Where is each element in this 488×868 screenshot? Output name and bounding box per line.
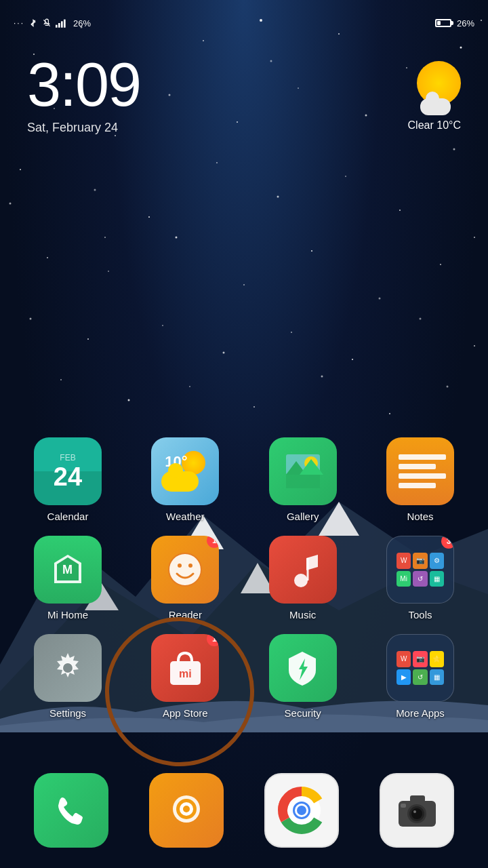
mihome-label: Mi Home [47,609,88,620]
weather-widget[interactable]: Clear 10°C [407,61,461,132]
svg-point-41 [253,406,255,408]
calendar-date: 24 [54,464,82,490]
gallery-icon [269,437,337,505]
svg-point-24 [108,271,109,272]
tools-badge: 3 [441,536,454,549]
app-grid: FEB 24 Calendar 10° Weather [0,437,488,732]
status-right: 26% [435,18,474,28]
svg-point-30 [30,318,32,320]
security-svg [281,646,325,690]
appstore-label: App Store [163,707,208,719]
moreapps-icon: W 📷 ⭐ ▶ ↺ ▦ [386,634,454,702]
svg-point-88 [183,806,190,812]
time-section: 3:09 Sat, February 24 [27,54,140,135]
svg-rect-67 [286,475,320,488]
svg-point-97 [413,810,416,813]
reader-label: Reader [169,609,202,620]
svg-point-25 [176,237,178,239]
app-weather[interactable]: 10° Weather [138,437,232,522]
status-left: ··· 26% [14,18,91,28]
svg-point-43 [389,413,390,414]
settings-icon [34,634,102,702]
security-icon [269,634,337,702]
weather-cloud [161,471,199,492]
gallery-svg [283,451,323,492]
svg-point-27 [311,250,312,252]
appstore-svg: mi [163,646,207,690]
chrome-icon [264,773,339,848]
weather-app-icon: 10° [151,437,219,505]
svg-point-18 [216,162,218,163]
app-reader[interactable]: 1 Reader [138,536,232,620]
app-settings[interactable]: Settings [20,634,115,719]
app-moreapps[interactable]: W 📷 ⭐ ▶ ↺ ▦ More Apps [373,634,468,719]
calendar-month: FEB [60,453,75,462]
dock-camera[interactable] [380,773,454,848]
security-label: Security [285,707,321,719]
clock-display: 3:09 [27,54,140,115]
appstore-badge: 1 [207,634,219,646]
status-dots: ··· [14,18,24,28]
messenger-icon [149,773,224,848]
tools-label: Tools [408,609,432,620]
svg-point-46 [9,203,12,205]
moreapps-folder-grid: W 📷 ⭐ ▶ ↺ ▦ [396,651,444,685]
mihome-icon: M [34,536,102,604]
svg-point-26 [243,284,245,285]
mihome-svg: M [46,548,90,592]
settings-label: Settings [49,707,86,719]
svg-point-49 [104,237,106,238]
svg-point-17 [148,216,150,218]
app-mihome[interactable]: M Mi Home [20,536,115,620]
svg-rect-61 [64,20,66,28]
app-notes[interactable]: Notes [373,437,468,522]
music-icon [269,536,337,604]
svg-point-73 [178,564,182,568]
svg-point-44 [447,386,449,388]
svg-point-96 [411,808,422,819]
svg-text:M: M [62,563,73,576]
svg-rect-58 [56,25,58,28]
status-bar: ··· 26% 26% [0,0,488,41]
time-weather-widget: 3:09 Sat, February 24 Clear 10°C [0,41,488,149]
app-gallery[interactable]: Gallery [256,437,350,522]
svg-point-31 [87,338,89,340]
battery-icon [435,19,451,27]
svg-point-37 [474,345,475,347]
svg-point-28 [379,298,381,300]
svg-point-74 [188,564,192,568]
weather-label: Clear 10°C [408,119,461,132]
svg-point-42 [321,376,323,378]
bluetooth-icon [28,18,38,28]
music-label: Music [289,609,316,620]
app-music[interactable]: Music [256,536,350,620]
svg-rect-99 [401,804,406,808]
app-appstore[interactable]: 1 mi App Store [138,634,232,719]
svg-point-39 [128,399,130,401]
svg-rect-98 [410,795,425,802]
camera-icon [380,773,454,848]
svg-point-23 [47,257,48,258]
svg-point-47 [474,237,475,238]
notes-label: Notes [407,511,433,522]
app-row-2: M Mi Home 1 Reade [20,536,468,620]
svg-point-15 [20,169,21,170]
reader-svg [163,548,207,592]
svg-point-19 [277,196,279,198]
calendar-label: Calendar [47,511,89,522]
dock-phone[interactable] [34,773,108,848]
app-calendar[interactable]: FEB 24 Calendar [20,437,115,522]
weather-icon [407,61,461,115]
svg-point-76 [294,574,308,587]
svg-point-33 [223,352,225,354]
app-tools[interactable]: 3 W 📷 ⚙ Mi ↺ ▦ Tools [373,536,468,620]
svg-point-36 [420,318,422,320]
svg-point-20 [345,176,346,177]
dock-messenger[interactable] [149,773,224,848]
app-row-3: Settings 1 mi App Store [20,634,468,719]
silent-icon [42,18,52,28]
tools-icon: 3 W 📷 ⚙ Mi ↺ ▦ [386,536,454,604]
dock-chrome[interactable] [264,773,339,848]
app-security[interactable]: Security [256,634,350,719]
svg-point-21 [399,210,401,211]
